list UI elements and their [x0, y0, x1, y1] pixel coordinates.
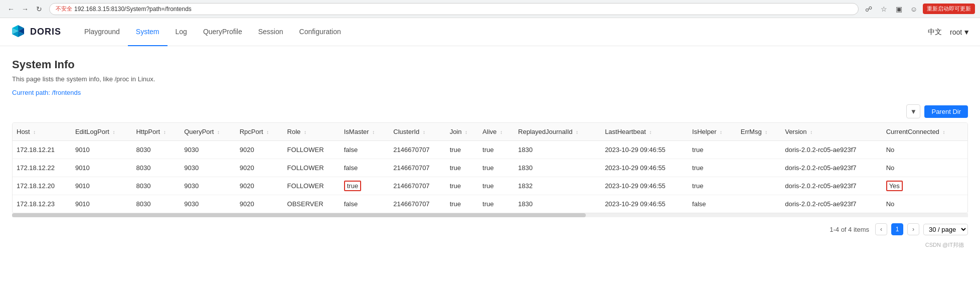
cell-join: true [446, 141, 478, 159]
next-page-button[interactable]: › [907, 223, 919, 235]
cell-clusterid: 2146670707 [389, 195, 445, 213]
browser-actions: ☍ ☆ ▣ ☺ 重新启动即可更新 [863, 3, 975, 15]
cell-lastheartbeat: 2023-10-29 09:46:55 [601, 177, 688, 195]
horizontal-scrollbar[interactable] [12, 213, 968, 217]
parent-dir-button[interactable]: Parent Dir [924, 105, 968, 118]
header-right: 中文 root ▼ [928, 28, 970, 37]
cell-queryport: 9030 [180, 195, 235, 213]
cell-alive: true [478, 141, 514, 159]
cell-ismaster: false [340, 159, 390, 177]
cell-ishelper: true [688, 141, 737, 159]
sort-lastheartbeat-icon[interactable]: ↕ [649, 129, 651, 135]
cell-ishelper: false [688, 195, 737, 213]
sort-join-icon[interactable]: ↕ [465, 129, 467, 135]
cell-join: true [446, 159, 478, 177]
prev-page-button[interactable]: ‹ [875, 223, 887, 235]
cell-lastheartbeat: 2023-10-29 09:46:55 [601, 159, 688, 177]
col-version: Version ↕ [781, 123, 882, 141]
cell-editlogport: 9010 [71, 141, 132, 159]
pagination-row: 1-4 of 4 items ‹ 1 › 30 / page [12, 217, 968, 241]
sort-ishelper-icon[interactable]: ↕ [720, 129, 722, 135]
sort-ismaster-icon[interactable]: ↕ [372, 129, 375, 135]
sort-role-icon[interactable]: ↕ [304, 129, 306, 135]
table-row: 172.18.12.209010803090309020FOLLOWERtrue… [13, 177, 967, 195]
sort-httpport-icon[interactable]: ↕ [164, 129, 166, 135]
cell-join: true [446, 195, 478, 213]
cell-httpport: 8030 [132, 195, 180, 213]
sort-host-icon[interactable]: ↕ [33, 129, 36, 135]
table-row: 172.18.12.229010803090309020FOLLOWERfals… [13, 159, 967, 177]
tab-system[interactable]: System [128, 18, 168, 46]
cell-role: OBSERVER [283, 195, 340, 213]
cell-host: 172.18.12.20 [13, 177, 71, 195]
cell-version: doris-2.0.2-rc05-ae923f7 [781, 141, 882, 159]
cell-role: FOLLOWER [283, 141, 340, 159]
cell-editlogport: 9010 [71, 177, 132, 195]
table-row: 172.18.12.219010803090309020FOLLOWERfals… [13, 141, 967, 159]
sort-errmsg-icon[interactable]: ↕ [765, 129, 767, 135]
page-title: System Info [12, 58, 968, 71]
extensions-btn[interactable]: ▣ [893, 3, 905, 15]
update-button[interactable]: 重新启动即可更新 [923, 4, 975, 14]
sort-currentconnected-icon[interactable]: ↕ [942, 129, 945, 135]
col-ishelper: IsHelper ↕ [688, 123, 737, 141]
sort-rpcport-icon[interactable]: ↕ [266, 129, 269, 135]
cell-errmsg [737, 159, 781, 177]
doris-logo-icon [10, 24, 26, 40]
per-page-select[interactable]: 30 / page [923, 224, 968, 235]
cell-clusterid: 2146670707 [389, 159, 445, 177]
col-queryport: QueryPort ↕ [180, 123, 235, 141]
bookmark-btn[interactable]: ☆ [878, 3, 890, 15]
reload-button[interactable]: ↻ [33, 3, 45, 15]
tab-configuration[interactable]: Configuration [291, 18, 349, 46]
forward-button[interactable]: → [19, 3, 31, 15]
cell-version: doris-2.0.2-rc05-ae923f7 [781, 159, 882, 177]
cell-clusterid: 2146670707 [389, 141, 445, 159]
tab-log[interactable]: Log [168, 18, 195, 46]
cell-httpport: 8030 [132, 141, 180, 159]
nav-tabs: Playground System Log QueryProfile Sessi… [76, 18, 913, 46]
logo-text: DORIS [30, 27, 61, 37]
table-header-row: Host ↕ EditLogPort ↕ HttpPort ↕ QueryPor… [13, 123, 967, 141]
cell-currentconnected: No [882, 159, 967, 177]
filter-icon: ▼ [910, 108, 917, 115]
profile-btn[interactable]: ☺ [908, 3, 920, 15]
current-path[interactable]: Current path: /frontends [12, 89, 968, 96]
cell-queryport: 9030 [180, 159, 235, 177]
back-button[interactable]: ← [5, 3, 17, 15]
cell-currentconnected: No [882, 195, 967, 213]
cell-join: true [446, 177, 478, 195]
tab-playground[interactable]: Playground [76, 18, 128, 46]
logo: DORIS [10, 24, 61, 40]
col-role: Role ↕ [283, 123, 340, 141]
address-bar[interactable]: 不安全 192.168.3.15:8130/System?path=/front… [49, 3, 859, 15]
highlighted-connected: Yes [886, 181, 903, 191]
cell-replayedjournalid: 1832 [514, 177, 601, 195]
sort-queryport-icon[interactable]: ↕ [217, 129, 220, 135]
sort-alive-icon[interactable]: ↕ [500, 129, 503, 135]
browser-nav-buttons: ← → ↻ [5, 3, 45, 15]
system-info-table: Host ↕ EditLogPort ↕ HttpPort ↕ QueryPor… [13, 123, 967, 213]
sort-clusterid-icon[interactable]: ↕ [423, 129, 425, 135]
cell-version: doris-2.0.2-rc05-ae923f7 [781, 195, 882, 213]
username: root [950, 28, 962, 36]
data-table-wrapper: Host ↕ EditLogPort ↕ HttpPort ↕ QueryPor… [12, 122, 968, 213]
scroll-thumb[interactable] [12, 213, 586, 217]
col-alive: Alive ↕ [478, 123, 514, 141]
user-menu[interactable]: root ▼ [950, 28, 970, 36]
filter-button[interactable]: ▼ [906, 104, 920, 118]
cell-currentconnected: Yes [882, 177, 967, 195]
toolbar-row: ▼ Parent Dir [12, 104, 968, 118]
sort-replayed-icon[interactable]: ↕ [576, 129, 578, 135]
col-ismaster: IsMaster ↕ [340, 123, 390, 141]
language-button[interactable]: 中文 [928, 28, 942, 37]
tab-queryprofile[interactable]: QueryProfile [195, 18, 250, 46]
sort-version-icon[interactable]: ↕ [810, 129, 812, 135]
cell-rpcport: 9020 [236, 141, 283, 159]
page-1-button[interactable]: 1 [891, 223, 903, 235]
col-join: Join ↕ [446, 123, 478, 141]
tab-session[interactable]: Session [250, 18, 291, 46]
screenshot-btn[interactable]: ☍ [863, 3, 875, 15]
sort-editlogport-icon[interactable]: ↕ [112, 129, 115, 135]
pagination-info: 1-4 of 4 items [830, 226, 869, 233]
